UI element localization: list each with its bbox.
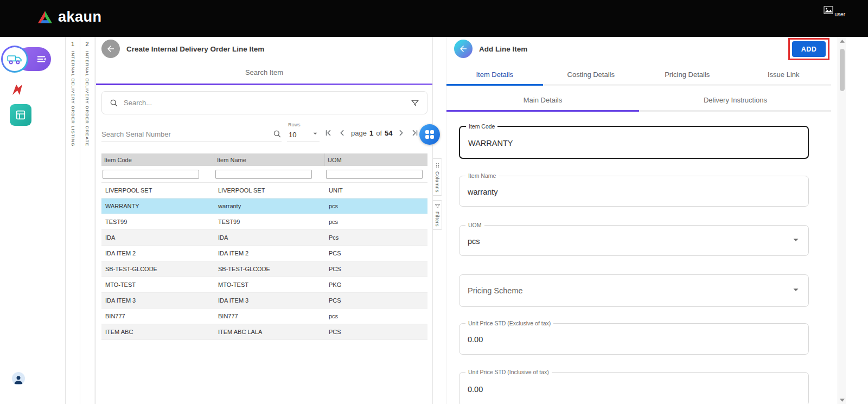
person-icon (13, 374, 24, 385)
tab-search-item[interactable]: Search Item (96, 68, 432, 76)
item-code-field[interactable]: Item Code WARRANTY (459, 126, 809, 159)
table-row[interactable]: LIVERPOOL SETLIVERPOOL SETUNIT (101, 183, 427, 198)
logo-text: akaun (58, 9, 102, 25)
item-table: Item Code Item Name UOM LIVERPOOL SETLIV… (101, 153, 427, 340)
filter-icon[interactable] (411, 99, 419, 107)
tab-costing-details[interactable]: Costing Details (543, 65, 640, 86)
unit-price-exclusive-field[interactable]: Unit Price STD (Exclusive of tax) 0.00 (459, 323, 809, 355)
column-header-item-code[interactable]: Item Code (101, 153, 214, 166)
add-line-item-panel: Add Line Item ADD Item Details Costing D… (446, 37, 831, 404)
rows-label: Rows (288, 122, 301, 127)
search-icon[interactable] (273, 130, 282, 138)
table-row[interactable]: IDA ITEM 3IDA ITEM 3PCS (101, 293, 427, 309)
pagination: page 1 of 54 (324, 126, 419, 140)
filter-input-uom[interactable] (326, 170, 423, 179)
total-pages: 54 (385, 129, 392, 137)
current-page: 1 (369, 129, 373, 137)
user-alt-text: user (835, 11, 845, 17)
column-header-uom[interactable]: UOM (325, 153, 427, 166)
uom-field[interactable]: UOM pcs (459, 225, 809, 256)
back-button[interactable] (454, 40, 473, 58)
table-row[interactable]: SB-TEST-GLCODESB-TEST-GLCODEPCS (101, 261, 427, 277)
grid-icon (425, 130, 435, 139)
table-grid-icon (15, 109, 27, 121)
tab-internal-delivery-order-create[interactable]: 2 INTERNAL DELIVERY ORDER CREATE (80, 37, 94, 404)
table-row-selected[interactable]: WARRANTYwarrantypcs (101, 198, 427, 214)
prev-page-button[interactable] (337, 129, 346, 137)
add-button[interactable]: ADD (792, 41, 826, 57)
tab-number: 2 (85, 41, 88, 47)
delivery-module-button[interactable] (1, 46, 28, 73)
user-avatar[interactable] (12, 372, 25, 385)
search-input[interactable] (124, 99, 411, 107)
table-row[interactable]: IDA ITEM 2IDA ITEM 2PCS (101, 246, 427, 261)
last-page-button[interactable] (411, 129, 419, 137)
page-indicator: page 1 of 54 (351, 129, 392, 137)
tab-issue-link[interactable]: Issue Link (736, 65, 832, 86)
top-header: akaun user (0, 0, 868, 37)
table-header: Item Code Item Name UOM (101, 153, 427, 166)
columns-label: Columns (435, 171, 440, 193)
arrow-back-icon (106, 44, 116, 54)
panel-title: Add Line Item (479, 45, 527, 53)
filter-input-item-code[interactable] (103, 170, 199, 179)
filter-funnel-icon (435, 203, 441, 209)
table-app-button[interactable] (10, 104, 31, 126)
subtab-delivery-instructions[interactable]: Delivery Instructions (639, 90, 831, 112)
tab-number: 1 (71, 41, 74, 47)
rows-per-page-select[interactable]: Rows 10 (287, 121, 320, 142)
table-row[interactable]: TEST99TEST99pcs (101, 214, 427, 230)
search-icon (110, 99, 118, 107)
tab-internal-delivery-order-listing[interactable]: 1 INTERNAL DELIVERY ORDER LISTING (65, 37, 80, 404)
dropdown-caret-icon (311, 129, 320, 140)
pricing-scheme-field[interactable]: Pricing Scheme (459, 274, 809, 307)
table-tools-strip: Columns Filters (432, 158, 442, 234)
page-title: Create Internal Delivery Order Line Item (126, 45, 264, 53)
scroll-down-icon[interactable] (838, 396, 846, 404)
item-name-field[interactable]: Item Name warranty (459, 176, 809, 207)
app-root: akaun user (0, 0, 868, 404)
app-logo[interactable]: akaun (37, 9, 102, 25)
arrow-back-icon (458, 44, 468, 54)
sub-tabs: Main Details Delivery Instructions (446, 90, 831, 112)
serial-number-search[interactable] (101, 121, 282, 142)
item-search-box[interactable] (101, 91, 427, 114)
rows-value: 10 (289, 131, 296, 139)
table-row[interactable]: ITEM ABCITEM ABC LALAPCS (101, 324, 427, 340)
first-page-button[interactable] (324, 129, 333, 137)
next-page-button[interactable] (397, 129, 406, 137)
red-app-logo-icon[interactable] (11, 82, 25, 98)
left-sidebar (0, 37, 64, 404)
drag-indicator-icon (435, 162, 440, 169)
table-row[interactable]: MTO-TESTMTO-TESTPKG (101, 277, 427, 293)
detail-tabs: Item Details Costing Details Pricing Det… (446, 65, 831, 86)
table-row[interactable]: BIN777BIN777pcs (101, 309, 427, 324)
column-header-item-name[interactable]: Item Name (214, 153, 325, 166)
tab-label: INTERNAL DELIVERY ORDER CREATE (85, 51, 90, 146)
tab-item-details[interactable]: Item Details (446, 65, 543, 86)
columns-tool[interactable]: Columns (432, 158, 442, 196)
user-profile[interactable]: user (824, 6, 845, 17)
create-line-item-panel: Create Internal Delivery Order Line Item… (95, 37, 433, 404)
scroll-up-icon[interactable] (838, 37, 846, 45)
tab-label: INTERNAL DELIVERY ORDER LISTING (71, 51, 75, 146)
scrollbar-thumb[interactable] (840, 49, 845, 91)
tab-indicator (96, 84, 432, 85)
menu-icon (36, 54, 46, 64)
dropdown-caret-icon[interactable] (790, 234, 802, 248)
back-button[interactable] (101, 40, 120, 58)
table-row[interactable]: IDAIDAPcs (101, 230, 427, 246)
filter-input-item-name[interactable] (215, 170, 312, 179)
serial-number-input[interactable] (101, 130, 273, 138)
subtab-main-details[interactable]: Main Details (446, 90, 639, 112)
broken-image-icon (824, 6, 833, 14)
unit-price-inclusive-field[interactable]: Unit Price STD (Inclusive of tax) 0.00 (459, 372, 809, 404)
grid-view-button[interactable] (419, 124, 440, 145)
filters-label: Filters (435, 211, 440, 227)
logo-triangle-icon (37, 10, 53, 24)
add-button-highlight: ADD (788, 38, 829, 60)
dropdown-caret-icon[interactable] (790, 284, 802, 298)
tab-pricing-details[interactable]: Pricing Details (639, 65, 736, 86)
filters-tool[interactable]: Filters (432, 200, 442, 230)
vertical-scrollbar[interactable] (838, 37, 846, 404)
